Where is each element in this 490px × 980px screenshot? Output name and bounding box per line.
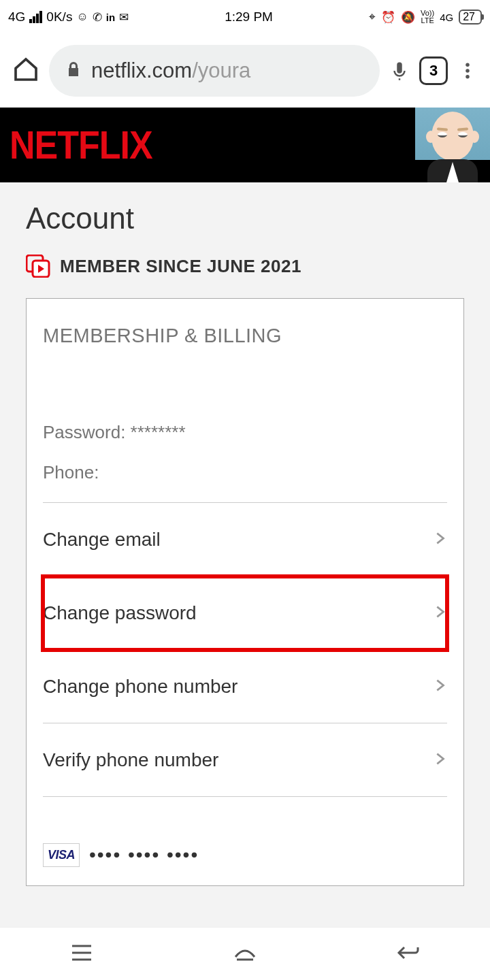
- voice-search-button[interactable]: [389, 57, 410, 84]
- action-label: Verify phone number: [43, 749, 218, 771]
- account-page: Account MEMBER SINCE JUNE 2021 MEMBERSHI…: [0, 182, 490, 886]
- recents-button[interactable]: [68, 942, 95, 966]
- status-right: ⌖ ⏰ 🔕 Vo))LTE 4G 27: [369, 10, 482, 24]
- status-left: 4G 0K/s ☺ ✆ in ✉: [8, 10, 129, 24]
- alarm-icon: ⏰: [381, 10, 395, 24]
- bluetooth-icon: ⌖: [369, 10, 376, 24]
- address-bar[interactable]: netflix.com/youra: [49, 45, 380, 97]
- whatsapp-icon: ☺: [76, 10, 88, 24]
- home-nav-button[interactable]: [231, 942, 259, 966]
- email-row-redacted: [43, 381, 447, 422]
- site-header: NETFLIX: [0, 108, 490, 182]
- payment-method-row: VISA •••• •••• ••••: [43, 824, 447, 885]
- phone-icon: ✆: [93, 10, 102, 24]
- action-label: Change password: [43, 602, 197, 624]
- card-mask: •••• •••• ••••: [89, 844, 199, 866]
- chevron-right-icon: [432, 747, 447, 773]
- system-nav-bar: [0, 927, 490, 980]
- svg-point-1: [466, 69, 470, 73]
- network-right: 4G: [440, 12, 453, 23]
- netflix-logo[interactable]: NETFLIX: [10, 122, 152, 167]
- action-label: Change email: [43, 529, 161, 551]
- section-title: MEMBERSHIP & BILLING: [43, 325, 447, 347]
- signal-icon: [29, 11, 42, 23]
- member-since-text: MEMBER SINCE JUNE 2021: [60, 256, 301, 277]
- member-icon: [26, 255, 50, 278]
- visa-badge: VISA: [43, 843, 80, 867]
- overflow-menu-button[interactable]: [457, 57, 478, 84]
- svg-point-2: [466, 75, 470, 79]
- network-type: 4G: [8, 10, 25, 24]
- url-text: netflix.com/youra: [91, 59, 250, 83]
- password-row: Password: ********: [43, 422, 447, 443]
- change-password-row[interactable]: Change password: [43, 576, 447, 650]
- page-title: Account: [26, 201, 464, 235]
- action-label: Change phone number: [43, 676, 238, 698]
- member-since-row: MEMBER SINCE JUNE 2021: [26, 255, 464, 278]
- change-email-row[interactable]: Change email: [43, 503, 447, 576]
- home-button[interactable]: [12, 56, 39, 86]
- lock-icon: [65, 60, 82, 82]
- battery-icon: 27: [459, 10, 482, 24]
- membership-billing-card: MEMBERSHIP & BILLING Password: ******** …: [26, 298, 464, 886]
- phone-row: Phone:: [43, 462, 447, 483]
- mail-icon: ✉: [119, 10, 129, 24]
- chevron-right-icon: [432, 527, 447, 553]
- dnd-icon: 🔕: [401, 10, 415, 24]
- chevron-right-icon: [432, 674, 447, 700]
- svg-point-0: [466, 63, 470, 67]
- profile-avatar[interactable]: [415, 108, 490, 182]
- tabs-button[interactable]: 3: [419, 56, 448, 85]
- data-speed: 0K/s: [46, 10, 72, 24]
- back-button[interactable]: [395, 942, 422, 966]
- status-bar: 4G 0K/s ☺ ✆ in ✉ 1:29 PM ⌖ ⏰ 🔕 Vo))LTE 4…: [0, 0, 490, 34]
- status-clock: 1:29 PM: [225, 10, 273, 24]
- volte-icon: Vo))LTE: [421, 10, 434, 24]
- change-phone-row[interactable]: Change phone number: [43, 650, 447, 723]
- verify-phone-row[interactable]: Verify phone number: [43, 723, 447, 797]
- linkedin-icon: in: [106, 12, 115, 23]
- browser-toolbar: netflix.com/youra 3: [0, 34, 490, 108]
- chevron-right-icon: [432, 600, 447, 626]
